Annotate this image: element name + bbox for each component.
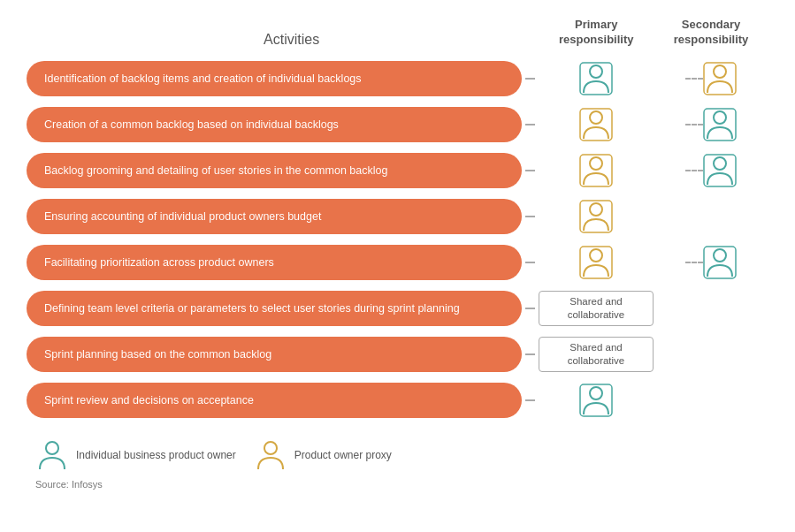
primary-col bbox=[539, 108, 654, 141]
table-row: Identification of backlog items and crea… bbox=[27, 58, 768, 99]
primary-col bbox=[539, 246, 654, 279]
secondary-col bbox=[654, 108, 768, 141]
dashed-connector bbox=[525, 308, 535, 309]
shared-label: Shared and collaborative bbox=[539, 291, 654, 326]
secondary-col bbox=[654, 154, 768, 187]
shared-label: Shared and collaborative bbox=[539, 337, 654, 372]
teal-person-icon bbox=[703, 108, 737, 141]
primary-col bbox=[539, 62, 654, 95]
svg-point-6 bbox=[714, 111, 726, 124]
orange-person-icon bbox=[579, 246, 613, 279]
secondary-col bbox=[654, 62, 768, 95]
svg-point-14 bbox=[590, 249, 602, 262]
primary-col bbox=[539, 384, 654, 417]
table-row: Sprint review and decisions on acceptanc… bbox=[27, 380, 768, 421]
secondary-col bbox=[654, 246, 768, 279]
legend-orange-item: Product owner proxy bbox=[254, 438, 392, 472]
dashed-connector bbox=[525, 353, 535, 355]
primary-col: Shared and collaborative bbox=[539, 337, 654, 372]
header-row: Activities Primaryresponsibility Seconda… bbox=[27, 18, 768, 48]
dashed-connector bbox=[525, 216, 535, 217]
svg-point-21 bbox=[264, 442, 277, 454]
primary-col bbox=[539, 200, 654, 233]
svg-point-20 bbox=[46, 442, 58, 454]
svg-point-8 bbox=[590, 157, 602, 170]
primary-col: Shared and collaborative bbox=[539, 291, 654, 326]
activity-pill: Facilitating prioritization across produ… bbox=[27, 245, 522, 280]
source: Source: Infosys bbox=[27, 479, 768, 490]
legend-orange-label: Product owner proxy bbox=[294, 449, 392, 461]
legend-teal-item: Individual business product owner bbox=[35, 438, 236, 472]
table-row: Facilitating prioritization across produ… bbox=[27, 242, 768, 283]
svg-point-12 bbox=[590, 203, 602, 216]
teal-person-icon bbox=[579, 62, 613, 95]
dashed-connector bbox=[525, 399, 535, 401]
teal-person-icon bbox=[579, 384, 613, 417]
orange-person-icon bbox=[579, 154, 613, 187]
orange-person-icon bbox=[579, 200, 613, 233]
svg-point-16 bbox=[714, 249, 726, 262]
secondary-header: Secondaryresponsibility bbox=[654, 18, 768, 48]
activity-pill: Creation of a common backlog based on in… bbox=[27, 107, 522, 142]
table-row: Backlog grooming and detailing of user s… bbox=[27, 150, 768, 191]
teal-person-icon bbox=[35, 438, 69, 472]
dashed-connector-2 bbox=[685, 78, 703, 80]
svg-point-10 bbox=[714, 157, 726, 170]
activity-pill: Identification of backlog items and crea… bbox=[27, 61, 522, 96]
orange-person-icon bbox=[254, 438, 287, 472]
dashed-connector-2 bbox=[685, 124, 703, 125]
teal-person-icon bbox=[703, 154, 737, 187]
table-row: Sprint planning based on the common back… bbox=[27, 334, 768, 375]
dashed-connector-2 bbox=[685, 262, 703, 263]
activity-pill: Sprint planning based on the common back… bbox=[27, 337, 522, 372]
dashed-connector bbox=[525, 124, 535, 125]
legend: Individual business product owner Produc… bbox=[27, 438, 768, 472]
teal-person-icon bbox=[703, 246, 737, 279]
activity-pill: Sprint review and decisions on acceptanc… bbox=[27, 383, 522, 418]
dashed-connector-2 bbox=[685, 170, 703, 171]
svg-point-18 bbox=[590, 387, 602, 399]
svg-point-4 bbox=[590, 111, 602, 124]
svg-point-0 bbox=[590, 65, 602, 78]
orange-person-icon bbox=[579, 108, 613, 141]
activities-header: Activities bbox=[44, 32, 539, 48]
table-row: Ensuring accounting of individual produc… bbox=[27, 196, 768, 237]
table-row: Defining team level criteria or paramete… bbox=[27, 288, 768, 329]
dashed-connector bbox=[525, 262, 535, 263]
dashed-connector bbox=[525, 170, 535, 171]
primary-col bbox=[539, 154, 654, 187]
table-row: Creation of a common backlog based on in… bbox=[27, 104, 768, 145]
activity-pill: Backlog grooming and detailing of user s… bbox=[27, 153, 522, 188]
rows-container: Identification of backlog items and crea… bbox=[27, 58, 768, 421]
primary-header: Primaryresponsibility bbox=[539, 18, 654, 48]
activity-pill: Defining team level criteria or paramete… bbox=[27, 291, 522, 326]
dashed-connector bbox=[525, 78, 535, 80]
orange-person-icon bbox=[703, 62, 737, 95]
activity-pill: Ensuring accounting of individual produc… bbox=[27, 199, 522, 234]
legend-teal-label: Individual business product owner bbox=[76, 449, 236, 461]
svg-point-2 bbox=[714, 65, 726, 78]
